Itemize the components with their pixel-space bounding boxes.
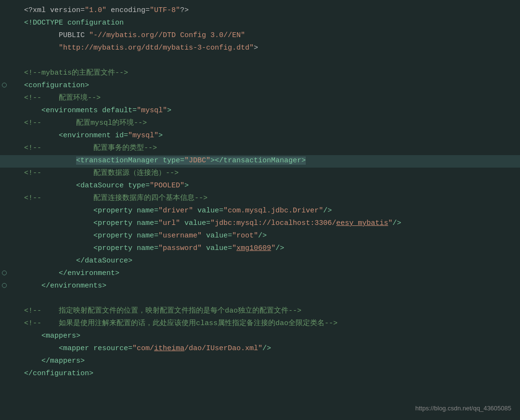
- token: <!--mybatis的主配置文件-->: [24, 69, 128, 77]
- token: "mysql": [128, 131, 158, 140]
- token: [24, 332, 41, 340]
- token: /dao/IUserDao.xml": [184, 344, 262, 353]
- token: "UTF-8": [150, 6, 180, 14]
- code-line: <property name="driver" value="com.mysql…: [0, 205, 520, 218]
- token: [24, 44, 59, 52]
- token: </dataSource>: [76, 257, 132, 265]
- token: "root": [232, 232, 258, 240]
- watermark: https://blog.csdn.net/qq_43605085: [416, 403, 512, 413]
- token: />: [323, 207, 332, 215]
- code-line: <property name="username" value="root"/>: [0, 230, 520, 243]
- token: ": [232, 244, 236, 252]
- code-line: <!-- 配置数据源（连接池）-->: [0, 168, 520, 180]
- token: value=: [202, 232, 232, 240]
- token: value=: [180, 219, 210, 227]
- token: <environments default=: [41, 106, 137, 115]
- token: />: [258, 232, 267, 240]
- code-line: <property name="password" value="xmg1060…: [0, 243, 520, 255]
- code-line: <environments default="mysql">: [0, 105, 520, 118]
- token: [24, 244, 93, 252]
- token: />: [275, 244, 284, 252]
- token: "com/: [132, 344, 154, 353]
- token: <!-- 配置mysql的环境-->: [24, 119, 147, 127]
- token: <property name=: [93, 232, 158, 240]
- token: "jdbc:mysql://localhost:3306/: [210, 219, 336, 227]
- token: eesy_mybatis: [336, 219, 388, 227]
- token: >: [167, 106, 171, 115]
- token: [24, 106, 41, 115]
- token: "1.0": [85, 6, 106, 14]
- token: [24, 157, 76, 165]
- code-line: <!-- 如果是使用注解来配置的话，此处应该使用class属性指定备注接的dao…: [0, 318, 520, 330]
- code-line: PUBLIC "-//mybatis.org//DTD Config 3.0//…: [0, 30, 520, 42]
- token: <property name=: [93, 219, 158, 227]
- token: </mappers>: [41, 357, 85, 365]
- code-editor: <?xml version="1.0" encoding="UTF-8"?><!…: [0, 0, 520, 420]
- token: <!-- 配置事务的类型-->: [24, 144, 157, 152]
- code-line: <transactionManager type="JDBC"></transa…: [0, 155, 520, 168]
- token: "driver": [158, 207, 193, 215]
- token: <configuration>: [24, 81, 89, 90]
- code-line: <mapper resource="com/itheima/dao/IUserD…: [0, 343, 520, 355]
- token: [24, 269, 59, 277]
- token: "POOLED": [150, 182, 184, 190]
- token: <?xml version=: [24, 6, 85, 14]
- token: "com.mysql.jdbc.Driver": [223, 207, 323, 215]
- code-line: [0, 55, 520, 67]
- code-line: <!DOCTYPE configuration: [0, 17, 520, 30]
- code-line: <environment id="mysql">: [0, 130, 520, 143]
- token: "mysql": [137, 106, 167, 115]
- token: ></transactionManager>: [210, 157, 306, 165]
- token: >: [254, 44, 258, 52]
- token: ": [388, 219, 392, 227]
- token: itheima: [154, 344, 184, 353]
- code-line: <!--mybatis的主配置文件-->: [0, 67, 520, 80]
- code-line: <mappers>: [0, 330, 520, 343]
- token: [24, 207, 93, 215]
- token: value=: [202, 244, 232, 252]
- token: <mapper resource=: [59, 344, 132, 353]
- token: <!-- 配置环境-->: [24, 94, 101, 102]
- token: "http://mybatis.org/dtd/mybatis-3-config…: [59, 44, 254, 52]
- token: ": [271, 244, 275, 252]
- token: "JDBC": [184, 157, 210, 165]
- token: >: [158, 131, 163, 140]
- token: <property name=: [93, 207, 158, 215]
- gutter-dot: [2, 268, 11, 280]
- token: <mappers>: [41, 332, 80, 340]
- code-line: <!-- 配置事务的类型-->: [0, 143, 520, 155]
- token: <!-- 配置连接数据库的四个基本信息-->: [24, 194, 208, 202]
- token: <property name=: [93, 244, 158, 252]
- code-line: "http://mybatis.org/dtd/mybatis-3-config…: [0, 42, 520, 55]
- token: [24, 357, 41, 365]
- code-line: </configuration>: [0, 368, 520, 381]
- code-line: <!-- 配置mysql的环境-->: [0, 118, 520, 130]
- token: />: [392, 219, 401, 227]
- token: </environment>: [59, 269, 119, 277]
- code-line: </environments>: [0, 280, 520, 293]
- code-line: <property name="url" value="jdbc:mysql:/…: [0, 218, 520, 230]
- token: <environment id=: [59, 131, 128, 140]
- token: >: [184, 182, 189, 190]
- token: PUBLIC: [24, 31, 89, 39]
- code-line: <!-- 指定映射配置文件的位置，映射配置文件指的是每个dao独立的配置文件--…: [0, 305, 520, 318]
- code-line: <!-- 配置连接数据库的四个基本信息-->: [0, 193, 520, 205]
- token: <!-- 配置数据源（连接池）-->: [24, 169, 179, 177]
- token: <transactionManager type=: [76, 157, 184, 165]
- code-line: <?xml version="1.0" encoding="UTF-8"?>: [0, 5, 520, 17]
- token: value=: [193, 207, 223, 215]
- code-line: <configuration>: [0, 80, 520, 92]
- token: <!-- 指定映射配置文件的位置，映射配置文件指的是每个dao独立的配置文件--…: [24, 307, 301, 315]
- token: [24, 131, 59, 140]
- token: [24, 232, 93, 240]
- code-line: </dataSource>: [0, 255, 520, 268]
- token: [24, 344, 59, 353]
- gutter-dot: [2, 281, 11, 293]
- token: </environments>: [41, 282, 106, 290]
- token: "username": [158, 232, 202, 240]
- token: "-//mybatis.org//DTD Config 3.0//EN": [89, 31, 245, 39]
- token: [24, 182, 76, 190]
- code-line: </environment>: [0, 268, 520, 280]
- code-line: [0, 293, 520, 305]
- token: <!-- 如果是使用注解来配置的话，此处应该使用class属性指定备注接的dao…: [24, 319, 338, 328]
